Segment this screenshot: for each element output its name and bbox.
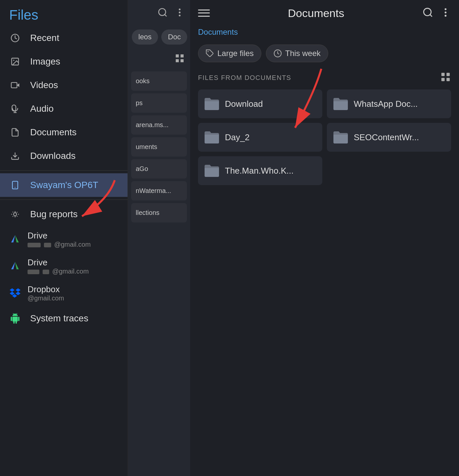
sidebar-item-device[interactable]: Swayam's OP6T [0, 173, 128, 197]
drive1-email: @gmail.com [28, 241, 91, 248]
sidebar-label-downloads: Downloads [30, 151, 76, 161]
sidebar-item-downloads[interactable]: Downloads [0, 144, 128, 168]
sidebar-item-videos[interactable]: Videos [0, 73, 128, 97]
mid-item-1[interactable]: ooks [131, 71, 187, 91]
sidebar-label-images: Images [30, 56, 60, 67]
svg-rect-36 [447, 73, 450, 76]
svg-rect-37 [441, 78, 445, 81]
image-icon [9, 56, 21, 67]
svg-point-11 [13, 213, 16, 216]
file-name-whatsapp: WhatsApp Doc... [354, 99, 418, 109]
mid-item-3[interactable]: arena.ms... [131, 115, 187, 135]
mid-item-2[interactable]: ps [131, 93, 187, 113]
svg-line-20 [165, 14, 167, 16]
chip-docs[interactable]: Doc [161, 29, 187, 45]
filter-large-files[interactable]: Large files [198, 45, 261, 62]
sidebar-item-bug-reports[interactable]: Bug reports [0, 202, 128, 226]
search-icon-mid[interactable] [157, 7, 168, 19]
header-icons [422, 7, 451, 19]
page-title: Documents [215, 7, 417, 20]
file-card-whatsapp[interactable]: WhatsApp Doc... [327, 89, 451, 118]
file-card-download[interactable]: Download [198, 89, 322, 118]
file-name-seo: SEOContentWr... [354, 132, 419, 143]
filter-this-week[interactable]: This week [266, 45, 328, 62]
sidebar-item-system-traces[interactable]: System traces [0, 307, 128, 330]
divider-1 [0, 170, 128, 171]
file-card-seo[interactable]: SEOContentWr... [327, 123, 451, 152]
redacted-4 [43, 270, 49, 274]
redacted-3 [28, 270, 39, 274]
file-name-day2: Day_2 [225, 132, 249, 143]
file-name-download: Download [225, 99, 263, 109]
svg-point-22 [179, 11, 180, 13]
svg-marker-13 [15, 235, 19, 243]
more-icon-right[interactable] [440, 7, 451, 19]
search-icon-right[interactable] [422, 7, 433, 19]
breadcrumb-link[interactable]: Documents [198, 28, 238, 36]
sidebar-item-documents[interactable]: Documents [0, 121, 128, 144]
section-heading-text: FILES FROM DOCUMENTS [198, 74, 291, 82]
mid-items-list: ooks ps arena.ms... uments aGo nWaterma.… [128, 69, 190, 227]
svg-rect-9 [12, 181, 18, 189]
svg-rect-35 [441, 73, 445, 76]
app-title: Files [9, 7, 38, 23]
svg-rect-38 [447, 78, 450, 81]
mid-item-6[interactable]: nWaterma... [131, 181, 187, 200]
filter-chips: Large files This week [190, 42, 459, 69]
sidebar-item-images[interactable]: Images [0, 50, 128, 73]
svg-point-32 [445, 15, 447, 17]
sidebar-item-recent[interactable]: Recent [0, 26, 128, 50]
mid-item-5[interactable]: aGo [131, 159, 187, 179]
middle-panel: leos Doc ooks ps arena.ms... uments aGo … [128, 0, 190, 476]
svg-rect-25 [181, 54, 184, 57]
filter-this-week-label: This week [285, 49, 321, 58]
drive2-text: Drive @gmail.com [28, 257, 89, 275]
svg-point-31 [445, 11, 447, 13]
drive1-text: Drive @gmail.com [28, 231, 91, 248]
drive-icon-1 [9, 234, 21, 245]
chip-videos[interactable]: leos [132, 29, 158, 45]
svg-marker-16 [15, 262, 19, 270]
folder-icon-day2 [204, 130, 220, 144]
mid-grid-row [128, 48, 190, 69]
svg-point-28 [424, 8, 431, 16]
files-grid: Download WhatsApp Doc... Day_2 SEOConten… [190, 89, 459, 185]
mid-item-7[interactable]: llections [131, 203, 187, 222]
video-icon [9, 79, 21, 91]
right-panel: Documents Documents Large files This wee… [190, 0, 459, 476]
file-card-day2[interactable]: Day_2 [198, 123, 322, 152]
svg-marker-15 [11, 262, 15, 270]
svg-point-21 [179, 9, 180, 10]
sidebar-label-system-traces: System traces [30, 313, 88, 324]
folder-icon-download [204, 97, 220, 111]
more-icon-mid[interactable] [174, 7, 185, 19]
svg-point-19 [159, 9, 166, 15]
sidebar-label-bug-reports: Bug reports [30, 209, 78, 219]
hamburger-icon[interactable] [198, 7, 210, 19]
svg-marker-12 [11, 235, 15, 243]
sidebar-label-device: Swayam's OP6T [30, 180, 98, 190]
svg-rect-26 [176, 59, 179, 62]
grid-view-icon[interactable] [440, 71, 451, 84]
svg-point-30 [445, 8, 447, 10]
file-card-theman[interactable]: The.Man.Who.K... [198, 156, 322, 185]
svg-rect-24 [176, 54, 179, 57]
download-icon [9, 150, 21, 162]
mid-item-4[interactable]: uments [131, 137, 187, 157]
drive2-email: @gmail.com [28, 268, 89, 275]
sidebar-item-dropbox[interactable]: Dropbox @gmail.com [0, 280, 128, 307]
filter-large-files-label: Large files [217, 49, 254, 58]
sidebar-item-audio[interactable]: Audio [0, 97, 128, 121]
sidebar-item-drive1[interactable]: Drive @gmail.com [0, 226, 128, 253]
svg-line-29 [430, 15, 432, 17]
phone-icon [9, 179, 21, 191]
drive2-name: Drive [28, 257, 89, 268]
svg-rect-27 [181, 59, 184, 62]
dropbox-text: Dropbox @gmail.com [28, 284, 64, 302]
redacted-1 [28, 243, 41, 247]
left-header: Files [0, 0, 128, 26]
divider-2 [0, 200, 128, 200]
clock-icon [9, 32, 21, 44]
sidebar-item-drive2[interactable]: Drive @gmail.com [0, 253, 128, 280]
drive1-name: Drive [28, 231, 91, 241]
